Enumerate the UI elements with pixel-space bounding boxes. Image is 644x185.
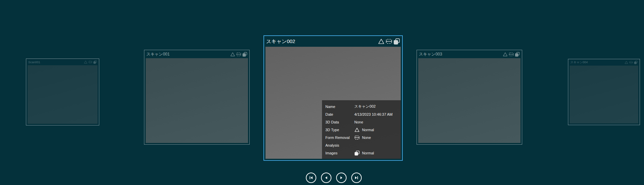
previous-icon — [324, 176, 328, 180]
3d-type-icon — [624, 61, 628, 64]
info-row: 3D Data None — [325, 118, 401, 126]
3d-type-icon — [84, 60, 87, 64]
info-row: 3D Type Normal — [325, 126, 401, 134]
scan-card[interactable]: スキャン004 — [568, 59, 640, 125]
form-removal-icon — [88, 60, 92, 64]
scan-card-header: スキャン003 — [417, 50, 522, 58]
images-icon — [93, 60, 97, 64]
skip-to-last-icon — [354, 176, 359, 180]
info-row: Images Normal — [325, 149, 401, 157]
3d-type-icon — [503, 52, 508, 57]
form-removal-icon — [509, 52, 514, 57]
scan-card[interactable]: スキャン003 — [417, 50, 522, 145]
scan-info-tooltip: Name スキャン002 Date 4/13/2023 10:46:37 AM … — [322, 100, 401, 159]
scan-card-header: スキャン001 — [144, 50, 249, 58]
previous-button[interactable] — [321, 173, 331, 183]
scan-thumbnail — [418, 58, 521, 143]
scan-card-title: Scan001 — [28, 61, 40, 64]
info-row: Name スキャン002 — [325, 103, 401, 110]
3d-type-icon — [378, 38, 385, 45]
info-row: Analysis — [325, 141, 401, 149]
next-button[interactable] — [336, 173, 347, 183]
scan-thumbnail — [570, 66, 638, 123]
3d-type-icon — [230, 52, 235, 57]
scan-thumbnail — [146, 58, 248, 143]
first-button[interactable] — [306, 173, 316, 183]
scan-carousel-screen: Scan001 スキャン001 スキャン002 — [0, 0, 644, 185]
scan-thumbnail: Name スキャン002 Date 4/13/2023 10:46:37 AM … — [265, 47, 401, 159]
images-icon — [354, 150, 360, 156]
triangle-icon — [354, 127, 360, 133]
scan-card-header: Scan001 — [26, 59, 99, 65]
form-removal-icon — [386, 38, 392, 45]
form-removal-icon — [354, 135, 360, 140]
images-icon — [515, 52, 520, 57]
info-row: Date 4/13/2023 10:46:37 AM — [325, 110, 401, 118]
images-icon — [242, 52, 247, 57]
form-removal-icon — [236, 52, 241, 57]
skip-to-first-icon — [309, 176, 313, 180]
scan-card-title: スキャン003 — [419, 51, 442, 57]
last-button[interactable] — [351, 173, 362, 183]
scan-card-header: スキャン002 — [264, 36, 402, 47]
scan-card-title: スキャン002 — [266, 38, 295, 45]
scan-card[interactable]: Scan001 — [26, 59, 99, 125]
info-row: Form Removal None — [325, 134, 401, 141]
images-icon — [393, 38, 400, 45]
scan-card-header: スキャン004 — [568, 59, 640, 66]
scan-card-selected[interactable]: スキャン002 Name スキャン002 Date 4/13/2023 10:4… — [263, 35, 403, 161]
scan-card-title: スキャン001 — [146, 51, 170, 57]
scan-card-title: スキャン004 — [570, 60, 588, 65]
carousel-navigation — [306, 173, 362, 183]
images-icon — [634, 61, 638, 64]
next-icon — [339, 176, 344, 180]
scan-thumbnail — [28, 65, 98, 124]
scan-card[interactable]: スキャン001 — [144, 50, 250, 145]
form-removal-icon — [629, 61, 633, 64]
